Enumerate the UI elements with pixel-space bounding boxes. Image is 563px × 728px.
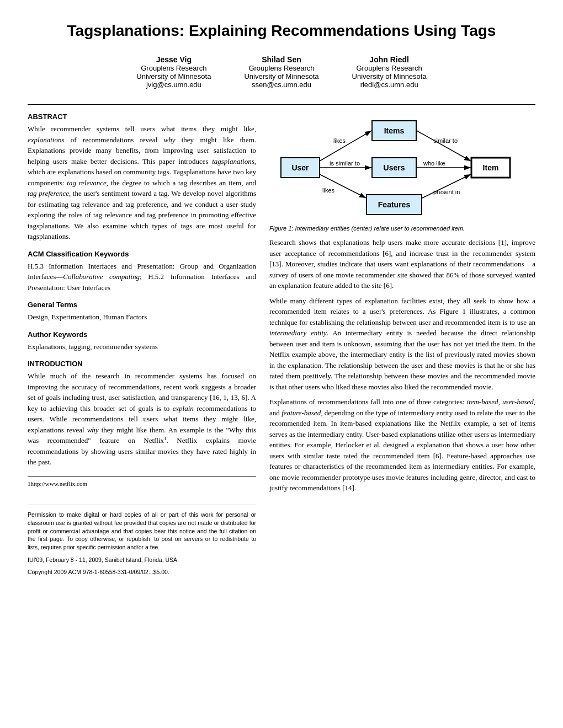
permission-text-3: Copyright 2009 ACM 978-1-60558-331-0/09/… [28, 568, 256, 576]
permission-text-2: IUI'09, February 8 - 11, 2009, Sanibel I… [28, 556, 256, 564]
acm-heading: ACM Classification Keywords [28, 250, 256, 258]
author-2: Shilad Sen Grouplens Research University… [244, 55, 318, 89]
svg-text:who like: who like [423, 160, 445, 167]
introduction-para1: While much of the research in recommende… [28, 371, 256, 468]
right-column: User Users Items Features Item [269, 113, 535, 581]
svg-text:similar to: similar to [433, 137, 458, 144]
general-terms-text: Design, Experimentation, Human Factors [28, 312, 256, 323]
figure-1: User Users Items Features Item [269, 113, 535, 232]
author-2-university: University of Minnesota [244, 72, 318, 81]
svg-text:likes: likes [322, 187, 335, 194]
svg-text:Items: Items [384, 126, 405, 135]
svg-text:present in: present in [433, 189, 460, 195]
svg-text:Item: Item [483, 163, 499, 172]
author-3-name: John Riedl [352, 55, 427, 64]
left-column: ABSTRACT While recommender systems tell … [28, 113, 256, 581]
author-1-name: Jesse Vig [136, 55, 211, 64]
svg-text:User: User [291, 163, 309, 172]
svg-line-10 [320, 131, 371, 161]
author-3-email: riedl@cs.umn.edu [360, 81, 418, 89]
right-para2: While many different types of explanatio… [269, 296, 535, 393]
diagram-area: User Users Items Features Item [269, 113, 535, 223]
introduction-heading: INTRODUCTION [28, 360, 256, 368]
author-2-affiliation: Grouplens Research [248, 64, 314, 72]
author-1-affiliation: Grouplens Research [141, 64, 206, 72]
page-title: Tagsplanations: Explaining Recommendatio… [28, 22, 535, 40]
right-para3: Explanations of recommendations fall int… [269, 397, 535, 494]
author-keywords-text: Explanations, tagging, recommender syste… [28, 341, 256, 352]
author-2-name: Shilad Sen [244, 55, 318, 64]
svg-line-14 [320, 174, 366, 198]
author-keywords-heading: Author Keywords [28, 330, 256, 339]
author-3: John Riedl Grouplens Research University… [352, 55, 427, 89]
acm-text: H.5.3 Information Interfaces and Present… [28, 261, 256, 293]
svg-text:Users: Users [384, 163, 405, 172]
figure-caption: Figure 1: Intermediary entities (center)… [269, 225, 535, 232]
svg-text:is similar to: is similar to [330, 160, 360, 167]
svg-line-16 [417, 131, 471, 161]
author-1-university: University of Minnesota [136, 72, 211, 81]
footnote-text: 1http://www.netflix.com [28, 479, 256, 489]
main-content: ABSTRACT While recommender systems tell … [28, 113, 535, 581]
section-divider [28, 104, 535, 105]
author-3-university: University of Minnesota [352, 72, 427, 81]
general-terms-heading: General Terms [28, 301, 256, 309]
diagram-svg: User Users Items Features Item [269, 113, 535, 223]
svg-text:Features: Features [378, 200, 411, 209]
svg-text:likes: likes [333, 137, 346, 144]
abstract-text: While recommender systems tell users wha… [28, 124, 256, 242]
author-3-affiliation: Grouplens Research [357, 64, 422, 72]
author-2-email: ssen@cs.umn.edu [252, 81, 311, 89]
permission-block: Permission to make digital or hard copie… [28, 505, 256, 576]
permission-text-1: Permission to make digital or hard copie… [28, 511, 256, 551]
authors-section: Jesse Vig Grouplens Research University … [28, 55, 535, 89]
author-1-email: jvig@cs.umn.edu [146, 81, 201, 89]
author-1: Jesse Vig Grouplens Research University … [136, 55, 211, 89]
abstract-heading: ABSTRACT [28, 113, 256, 121]
right-para1: Research shows that explanations help us… [269, 237, 535, 291]
